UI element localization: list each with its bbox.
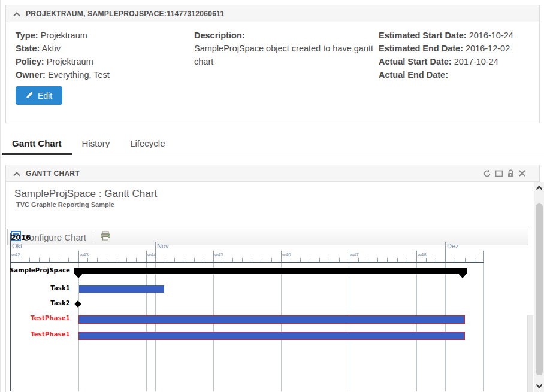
gantt-row-label: Task2 [9, 300, 70, 306]
gantt-month-label: Okt [12, 242, 22, 250]
gantt-row-label: SampleProjSpace [9, 267, 70, 274]
gantt-gridline [146, 263, 147, 391]
gantt-gridline [445, 263, 446, 391]
gantt-week-label: w47 [350, 252, 359, 257]
gantt-gridline [349, 263, 349, 391]
gantt-task-bar[interactable] [79, 285, 164, 293]
gantt-gridline [281, 263, 282, 391]
gantt-row-label: TestPhase1 [9, 331, 70, 338]
gantt-chart-area: 2016OktNovDezw42w43w44w45w46w47w48Sample… [1, 0, 544, 392]
gantt-summary-end-cap [458, 274, 467, 278]
gantt-week-line [78, 251, 79, 262]
scrollbar-thumb[interactable] [536, 203, 543, 375]
gantt-gridline [483, 263, 484, 391]
gantt-week-label: w42 [11, 252, 20, 257]
gantt-summary-bar[interactable] [74, 268, 467, 274]
gantt-task-bar[interactable] [78, 332, 465, 340]
page: PROJEKTRAUM, SAMPLEPROJSPACE:11477312060… [0, 0, 544, 392]
gantt-week-label: w44 [147, 252, 156, 257]
gantt-gridline [155, 263, 156, 391]
gantt-week-line [483, 251, 484, 262]
gantt-summary-end-cap [74, 274, 83, 278]
gantt-gridline [213, 263, 214, 391]
gantt-week-label: w43 [80, 252, 89, 257]
gantt-month-label: Dez [447, 242, 459, 250]
gantt-week-line [146, 251, 147, 262]
inner-scrollbar[interactable] [527, 315, 533, 392]
gantt-gridline [416, 263, 417, 391]
gantt-week-label: w46 [282, 252, 291, 257]
gantt-row-label: TestPhase1 [9, 315, 70, 321]
scroll-up-arrow-icon[interactable] [534, 183, 544, 193]
gantt-axis-line [10, 262, 484, 263]
gantt-task-bar[interactable] [78, 315, 465, 324]
gantt-month-label: Nov [157, 242, 169, 250]
gantt-week-label: w45 [214, 252, 223, 257]
scroll-down-arrow-icon[interactable] [534, 381, 544, 391]
gantt-row-label: Task1 [9, 285, 70, 291]
gantt-year-label: 2016 [11, 233, 31, 242]
gantt-week-label: w48 [418, 252, 427, 257]
gantt-gridline [78, 263, 79, 391]
gantt-milestone-diamond[interactable] [74, 300, 81, 307]
vertical-scrollbar[interactable] [534, 182, 544, 392]
